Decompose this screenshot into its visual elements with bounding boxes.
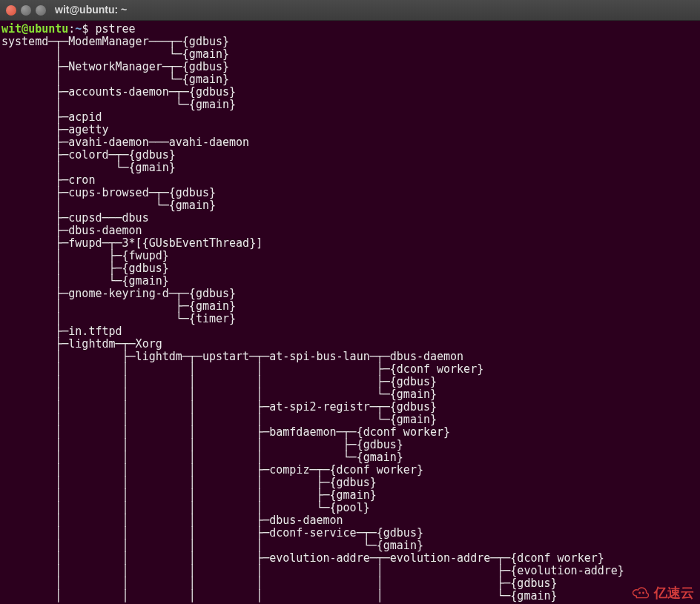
- window-titlebar: wit@ubuntu: ~: [0, 0, 700, 21]
- pstree-output: systemd─┬─ModemManager───┬─{gdbus} │ └─{…: [1, 35, 624, 603]
- prompt-colon: :: [68, 22, 75, 36]
- svg-point-0: [638, 592, 641, 594]
- prompt-at: @: [22, 22, 28, 36]
- maximize-icon[interactable]: [36, 5, 46, 16]
- watermark-text: 亿速云: [654, 587, 694, 600]
- cloud-icon: [630, 586, 651, 600]
- watermark: 亿速云: [630, 586, 694, 600]
- prompt-symbol: $: [82, 22, 95, 36]
- prompt-user: wit: [1, 22, 22, 36]
- terminal-output[interactable]: wit@ubuntu:~$ pstree systemd─┬─ModemMana…: [0, 21, 700, 604]
- minimize-icon[interactable]: [21, 5, 31, 16]
- svg-point-1: [642, 592, 644, 594]
- window-title: wit@ubuntu: ~: [55, 4, 127, 16]
- close-icon[interactable]: [6, 5, 16, 16]
- window-controls: [6, 5, 46, 16]
- prompt-host: ubuntu: [28, 22, 68, 36]
- command-text: pstree: [95, 22, 135, 36]
